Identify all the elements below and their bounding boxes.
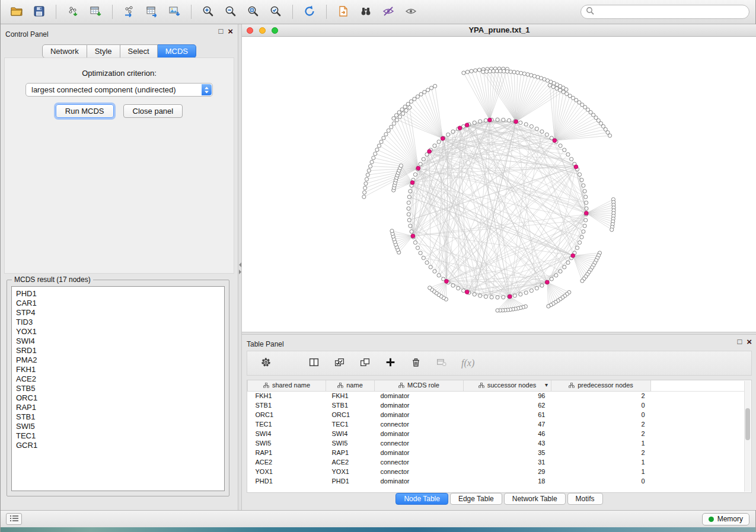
main-toolbar [1,0,755,24]
result-item[interactable]: PMA2 [16,355,224,365]
open-session-button[interactable] [7,3,27,21]
memory-button[interactable]: Memory [702,513,749,525]
table-row[interactable]: SWI5SWI5connector431 [248,438,746,448]
table-scrollbar[interactable] [744,381,751,492]
result-item[interactable]: PHD1 [16,289,224,299]
import-network-button[interactable] [63,3,83,21]
tab-mcds[interactable]: MCDS [158,44,196,58]
close-panel-button[interactable]: Close panel [123,104,183,118]
result-item[interactable]: STB1 [16,412,224,422]
minimize-window-icon[interactable] [259,27,266,34]
float-panel-icon[interactable]: □ [218,27,223,36]
table-row[interactable]: RAP1RAP1dominator352 [248,448,746,457]
network-graph[interactable] [242,37,756,332]
result-item[interactable]: TEC1 [16,431,224,441]
close-panel-icon[interactable]: × [228,27,233,36]
maximize-window-icon[interactable] [272,27,278,34]
tab-edge-table[interactable]: Edge Table [450,493,502,505]
table-cell-filler [651,410,746,419]
add-column-button[interactable] [384,355,397,371]
tab-network[interactable]: Network [42,44,87,58]
float-table-panel-icon[interactable]: □ [737,338,742,346]
table-cell: 43 [464,438,551,448]
result-item[interactable]: SWI5 [16,422,224,431]
close-window-icon[interactable] [247,27,253,34]
checked-boxes-icon [334,357,345,370]
table-row[interactable]: PHD1PHD1dominator180 [248,476,746,486]
vertical-splitter[interactable] [238,24,242,510]
table-row[interactable]: ORC1ORC1dominator610 [248,410,746,419]
table-row[interactable]: YOX1YOX1connector291 [248,467,746,476]
result-item[interactable]: GCR1 [16,441,224,450]
result-item[interactable]: SRD1 [16,346,224,355]
result-item[interactable]: CAR1 [16,299,224,308]
mcds-result-list[interactable]: PHD1CAR1STP4TID3YOX1SWI4SRD1PMA2FKH1ACE2… [11,286,225,491]
search-network-button[interactable] [356,3,376,21]
search-input[interactable] [597,8,744,16]
tab-motifs[interactable]: Motifs [567,493,603,505]
criterion-select[interactable]: largest connected component (undirected) [25,83,213,97]
scrollbar-thumb[interactable] [745,408,750,440]
refresh-button[interactable] [299,3,320,21]
import-table-button[interactable] [85,3,106,21]
share-document-button[interactable] [333,3,353,21]
table-settings-button[interactable] [259,355,273,371]
export-image-button[interactable] [164,3,184,21]
zoom-selected-button[interactable] [266,3,286,21]
table-row[interactable]: FKH1FKH1dominator962 [248,391,746,400]
result-item[interactable]: YOX1 [16,327,224,336]
zoom-fit-button[interactable] [243,3,263,21]
show-columns-button[interactable] [307,355,321,371]
table-cell: dominator [375,410,464,419]
table-row[interactable]: ACE2ACE2connector311 [248,457,746,467]
search-box[interactable] [580,5,749,19]
network-window-titlebar[interactable]: YPA_prune.txt_1 [242,24,756,37]
column-header-label: name [346,382,363,389]
column-header-name[interactable]: name [326,380,375,391]
result-item[interactable]: RAP1 [16,403,224,412]
tab-network-table[interactable]: Network Table [504,493,566,505]
delete-column-button[interactable] [409,355,423,371]
import-network-icon [66,5,79,20]
tab-select[interactable]: Select [120,44,158,58]
hide-graphics-button[interactable] [378,3,398,21]
function-builder-button[interactable]: f(x) [460,357,476,370]
splitter-handle-icon[interactable] [238,262,241,275]
network-canvas[interactable] [242,37,756,332]
close-table-panel-icon[interactable]: × [747,338,752,346]
select-all-button[interactable] [333,355,346,371]
result-item[interactable]: ORC1 [16,393,224,403]
zoom-selected-icon [269,5,282,20]
run-mcds-button[interactable]: Run MCDS [56,104,114,118]
export-table-button[interactable] [142,3,162,21]
column-header-mcds-role[interactable]: MCDS role [375,380,464,391]
result-item[interactable]: FKH1 [16,365,224,374]
save-session-button[interactable] [29,3,49,21]
export-network-button[interactable] [119,3,139,21]
table-cell: RAP1 [248,448,326,457]
table-cell: STB1 [326,400,375,410]
table-cell: 1 [551,438,651,448]
tab-node-table[interactable]: Node Table [395,493,448,505]
show-graphics-button[interactable] [401,3,421,21]
result-item[interactable]: STB5 [16,384,224,393]
table-row[interactable]: TEC1TEC1connector472 [248,419,746,429]
unselect-all-button[interactable] [358,355,372,371]
result-item[interactable]: ACE2 [16,374,224,384]
result-item[interactable]: TID3 [16,318,224,327]
task-history-button[interactable] [6,513,22,525]
table-row[interactable]: SWI4SWI4dominator462 [248,429,746,438]
result-item[interactable]: STP4 [16,308,224,318]
tab-style[interactable]: Style [87,44,120,58]
clear-table-button[interactable] [435,355,448,371]
column-header-successor-nodes[interactable]: successor nodes▾ [464,380,551,391]
zoom-out-button[interactable] [221,3,241,21]
zoom-in-button[interactable] [198,3,218,21]
column-header-shared-name[interactable]: shared name [248,380,326,391]
table-cell: PHD1 [248,476,326,486]
column-header-predecessor-nodes[interactable]: predecessor nodes [551,380,651,391]
result-item[interactable]: SWI4 [16,336,224,346]
zoom-fit-icon [247,5,260,20]
control-panel-header: Control Panel □ × [1,24,238,40]
table-row[interactable]: STB1STB1dominator620 [248,400,746,410]
